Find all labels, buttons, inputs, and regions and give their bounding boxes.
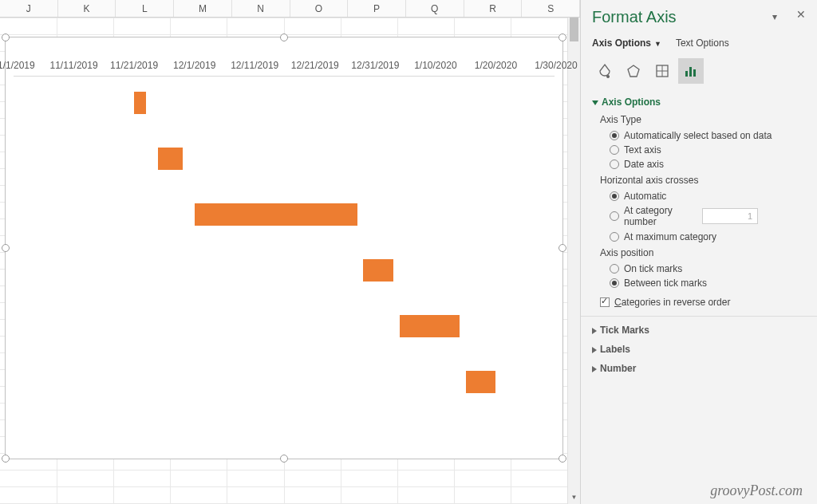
axis-tick-label: 12/11/2019 — [231, 60, 278, 71]
vertical-scrollbar[interactable]: ▲ ▼ — [567, 18, 580, 504]
section-label: Number — [600, 363, 636, 374]
col-header[interactable]: N — [232, 0, 290, 17]
expand-icon — [592, 100, 598, 105]
col-header[interactable]: M — [174, 0, 232, 17]
axis-options-icon[interactable] — [678, 58, 704, 84]
divider — [581, 316, 817, 317]
axis-tick-label: 12/21/2019 — [291, 60, 339, 71]
radio-icon — [610, 264, 619, 274]
axis-tick-label: 11/11/2019 — [50, 60, 98, 71]
checkbox-reverse-order[interactable]: Categories in reverse order — [600, 297, 806, 308]
resize-handle[interactable] — [280, 33, 288, 41]
radio-icon — [610, 145, 619, 155]
chevron-down-icon: ▼ — [654, 40, 661, 48]
axis-tick-label: 12/1/2019 — [173, 60, 215, 71]
resize-handle[interactable] — [280, 455, 288, 463]
col-header[interactable]: L — [116, 0, 174, 17]
expand-icon — [592, 366, 597, 372]
horizontal-crosses-label: Horizontal axis crosses — [600, 175, 806, 186]
radio-at-category[interactable]: At category number — [610, 205, 806, 228]
col-header[interactable]: Q — [406, 0, 464, 17]
expand-icon — [592, 347, 597, 353]
radio-automatic[interactable]: Automatic — [610, 191, 806, 202]
radio-at-maximum[interactable]: At maximum category — [610, 231, 806, 242]
col-header[interactable]: J — [0, 0, 58, 17]
radio-label: On tick marks — [624, 263, 682, 274]
scroll-down-icon[interactable]: ▼ — [568, 491, 580, 504]
watermark: groovyPost.com — [710, 482, 803, 499]
tab-text-options[interactable]: Text Options — [676, 37, 729, 50]
col-header[interactable]: S — [522, 0, 580, 17]
checkbox-icon — [600, 297, 610, 307]
section-tick-marks[interactable]: Tick Marks — [592, 325, 806, 336]
radio-label: Between tick marks — [624, 278, 707, 289]
col-header[interactable]: P — [348, 0, 406, 17]
tab-label: Axis Options — [592, 37, 651, 49]
radio-label: Automatic — [624, 191, 666, 202]
axis-tick-label: 11/21/2019 — [110, 60, 158, 71]
radio-text-axis[interactable]: Text axis — [610, 144, 806, 156]
radio-label: Automatically select based on data — [624, 130, 772, 141]
radio-auto-select[interactable]: Automatically select based on data — [610, 130, 806, 141]
section-label: Labels — [600, 344, 630, 355]
svg-marker-0 — [628, 65, 639, 77]
format-axis-pane: ▾ ✕ Format Axis Axis Options▼ Text Optio… — [580, 0, 817, 504]
section-number[interactable]: Number — [592, 363, 806, 374]
axis-type-label: Axis Type — [600, 114, 806, 125]
resize-handle[interactable] — [558, 244, 566, 252]
axis-tick-label: 1/20/2020 — [475, 60, 517, 71]
radio-icon — [610, 278, 619, 288]
axis-line — [14, 76, 555, 77]
col-header[interactable]: R — [464, 0, 523, 17]
gantt-bar[interactable] — [363, 259, 393, 282]
gantt-bar[interactable] — [466, 371, 496, 393]
resize-handle[interactable] — [2, 33, 10, 41]
radio-label: At category number — [624, 205, 696, 228]
size-properties-icon[interactable] — [649, 58, 675, 84]
column-headers: J K L M N O P Q R S — [0, 0, 580, 18]
gantt-bar[interactable] — [195, 203, 357, 226]
col-header[interactable]: K — [58, 0, 116, 17]
resize-handle[interactable] — [2, 455, 10, 463]
scroll-thumb[interactable] — [570, 18, 578, 41]
spreadsheet-area: J K L M N O P Q R S ▲ ▼ 11/1/201911/11 — [0, 0, 580, 504]
plot-area[interactable] — [14, 77, 555, 451]
section-axis-options[interactable]: Axis Options — [592, 96, 806, 108]
chart-object[interactable]: 11/1/201911/11/201911/21/201912/1/201912… — [5, 37, 563, 459]
radio-icon — [610, 211, 619, 221]
axis-tick-label: 1/30/2020 — [535, 60, 577, 71]
checkbox-label: Categories in reverse order — [614, 297, 730, 308]
svg-rect-4 — [693, 69, 696, 77]
section-labels[interactable]: Labels — [592, 344, 806, 355]
radio-on-tick[interactable]: On tick marks — [610, 263, 806, 274]
radio-date-axis[interactable]: Date axis — [610, 159, 806, 170]
radio-label: Date axis — [624, 159, 664, 170]
svg-rect-3 — [689, 67, 692, 77]
resize-handle[interactable] — [558, 455, 566, 463]
radio-label: Text axis — [624, 144, 661, 156]
axis-tick-label: 12/31/2019 — [351, 60, 399, 71]
gantt-bar[interactable] — [400, 315, 460, 337]
tab-axis-options[interactable]: Axis Options▼ — [592, 37, 661, 50]
close-icon[interactable]: ✕ — [796, 8, 806, 21]
radio-between-tick[interactable]: Between tick marks — [610, 278, 806, 289]
radio-label: At maximum category — [624, 231, 716, 242]
axis-tick-label: 1/10/2020 — [414, 60, 456, 71]
pane-options-dropdown-icon[interactable]: ▾ — [772, 11, 777, 22]
fill-line-icon[interactable] — [592, 58, 618, 84]
radio-icon — [610, 159, 619, 169]
svg-rect-2 — [685, 71, 688, 77]
axis-position-label: Axis position — [600, 247, 806, 258]
section-label: Axis Options — [602, 96, 661, 108]
section-label: Tick Marks — [600, 325, 649, 336]
gantt-bar[interactable] — [134, 92, 146, 114]
radio-icon — [610, 131, 619, 140]
category-number-input[interactable] — [702, 208, 758, 224]
x-axis-labels[interactable]: 11/1/201911/11/201911/21/201912/1/201912… — [6, 60, 562, 74]
effects-icon[interactable] — [621, 58, 646, 84]
gantt-bar[interactable] — [158, 148, 182, 170]
resize-handle[interactable] — [2, 244, 10, 252]
radio-icon — [610, 232, 619, 242]
resize-handle[interactable] — [558, 33, 566, 41]
col-header[interactable]: O — [290, 0, 349, 17]
